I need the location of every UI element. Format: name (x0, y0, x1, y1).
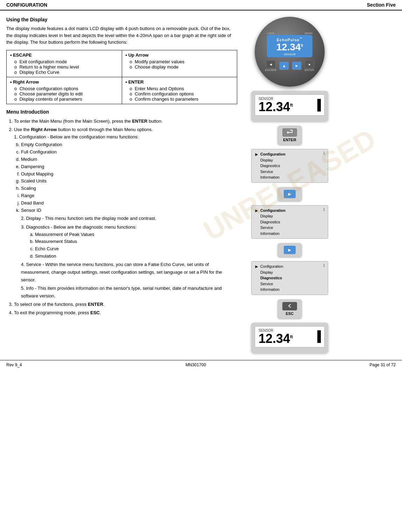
enter-label: ENTER (305, 69, 314, 72)
esc-btn-inner[interactable] (282, 302, 297, 310)
menu-items-2: Configuration Display Diagnostics Servic… (260, 208, 322, 237)
right-col-inner: LOCK OPEN EchoPulse™ 12.34ft SENSOR ◄ ES… (244, 17, 335, 353)
menu-item: Information (260, 231, 322, 237)
menu-panel-1: ► Configuration Display Diagnostics Serv… (251, 149, 328, 183)
list-item: Exit configuration mode (14, 59, 118, 64)
lock-label: LOCK (267, 32, 275, 35)
list-item: Confirm changes to parameters (130, 96, 234, 102)
list-item: Display Echo Curve (14, 70, 118, 75)
menu-item: Service (260, 225, 322, 231)
menu-item: Display (260, 269, 322, 275)
menu-item: Diagnostics (260, 163, 322, 169)
menu-item: Display (260, 213, 322, 219)
table-row: • ESCAPE Exit configuration mode Return … (7, 50, 237, 77)
menu-intro-list: To enter the Main Menu (from the Main Sc… (6, 117, 237, 317)
list-item: To exit the programming mode, press ESC. (14, 309, 237, 317)
device-reading: 12.34ft (270, 42, 309, 53)
device-sensor-label: SENSOR (270, 53, 309, 56)
lcd-screen-wrapper-1: SENSOR 12.34ft (255, 94, 325, 116)
menu-arrow-3: ► (254, 264, 259, 269)
menu-arrow-2: ► (254, 208, 259, 213)
menu-panel-3: ► Configuration Display Diagnostics Serv… (251, 261, 328, 295)
list-item: Modify parameter values (130, 59, 234, 64)
menu-arrow-1: ► (254, 152, 259, 157)
open-label: OPEN (304, 32, 312, 35)
menu-item: Diagnostics (260, 275, 322, 281)
uparrow-list: Modify parameter values Choose display m… (126, 59, 234, 70)
menu-item: Diagnostics (260, 219, 322, 225)
right-arrow-button-group-2: ► (277, 243, 302, 257)
enter-button[interactable]: ● (304, 60, 314, 69)
uparrow-cell: • Up Arrow Modify parameter values Choos… (122, 50, 237, 77)
service-step-item: 4. Service - Within the service menu fun… (14, 261, 237, 284)
escape-cell: • ESCAPE Exit configuration mode Return … (7, 50, 122, 77)
menu-item: Configuration (260, 151, 322, 157)
list-item: Measurement Status (35, 238, 237, 245)
list-item: Choose configuration options (14, 86, 118, 91)
lcd-device-1: SENSOR 12.34ft (251, 91, 328, 121)
section-body: The display module features a dot matrix… (6, 25, 237, 46)
menu-item: Service (260, 169, 322, 175)
enter-list: Enter Menu and Options Confirm configura… (126, 86, 234, 102)
list-item: Output Mapping (21, 171, 237, 178)
esc-button-group: ESC (277, 299, 302, 318)
key-table: • ESCAPE Exit configuration mode Return … (6, 50, 237, 104)
lcd-reading-1: 12.34ft (259, 101, 293, 113)
page-header: CONFIGURATION Section Five (0, 0, 402, 10)
right-column: LOCK OPEN EchoPulse™ 12.34ft SENSOR ◄ ES… (244, 17, 335, 353)
list-item: Choose parameter digits to edit (14, 91, 118, 96)
list-item: Echo Curve (35, 245, 237, 253)
device-brand: EchoPulse™ (270, 37, 309, 42)
esc-btn-label: ESC (282, 311, 297, 316)
list-item: Full Configuration (21, 149, 237, 156)
lcd-bar-1 (317, 99, 321, 112)
list-item: Empty Configuration (21, 141, 237, 149)
config-sub-list: 1. Configuration - Below are the configu… (14, 134, 237, 214)
page-footer: Rev 9_4 MN301700 Page 31 of 72 (0, 360, 402, 369)
echopulse-device: LOCK OPEN EchoPulse™ 12.34ft SENSOR ◄ ES… (255, 17, 325, 87)
rightarrow-list: Choose configuration options Choose para… (10, 86, 118, 102)
left-column: Using the Display The display module fea… (6, 17, 237, 353)
right-arrow-button[interactable]: ► (292, 62, 302, 70)
rightarrow-key-name: • Right Arrow (10, 79, 118, 85)
header-left: CONFIGURATION (6, 2, 47, 8)
menu-item: Configuration (260, 264, 322, 269)
list-item: Sensor ID (21, 207, 237, 214)
menu-item: Display (260, 157, 322, 163)
header-right: Section Five (367, 2, 396, 8)
enter-btn-inner[interactable] (282, 128, 297, 137)
arrow-btn-inner-1[interactable]: ► (284, 190, 296, 198)
display-step-item: 2. Display - This menu function sets the… (14, 215, 237, 222)
enter-cell: • ENTER Enter Menu and Options Confirm c… (122, 77, 237, 104)
escape-button[interactable]: ◄ (266, 60, 276, 69)
diag-sub-list: Measurement of Peak Values Measurement S… (21, 231, 237, 260)
page-num-1: 1 (323, 151, 325, 155)
escape-list: Exit configuration mode Return to a high… (10, 59, 118, 75)
escape-label: ESCAPE (265, 69, 276, 72)
lcd-screen-2: SENSOR 12.34ft (255, 326, 325, 347)
section-title: Using the Display (6, 17, 237, 22)
list-item: Return to a higher menu level (14, 64, 118, 70)
menu-items-3: Configuration Display Diagnostics Servic… (260, 264, 322, 293)
list-item: Use the Right Arrow button to scroll thr… (14, 126, 237, 300)
uparrow-key-name: • Up Arrow (126, 52, 234, 58)
page-num-3: 1 (323, 264, 325, 267)
menu-item: Configuration (260, 208, 322, 214)
lcd-screen-1: SENSOR 12.34ft (255, 94, 325, 116)
enter-key-name: • ENTER (126, 79, 234, 85)
menu-item: Information (260, 287, 322, 293)
up-arrow-button[interactable]: ▲ (279, 62, 289, 70)
list-item: Measurement of Peak Values (35, 231, 237, 238)
menu-item: Service (260, 281, 322, 287)
list-item: Confirm configuration options (130, 91, 234, 96)
list-item: Scaled Units (21, 178, 237, 185)
list-item: Simulation (35, 253, 237, 260)
footer-right: Page 31 of 72 (369, 362, 396, 367)
lcd-reading-2: 12.34ft (259, 332, 293, 345)
arrow-btn-inner-2[interactable]: ► (284, 246, 296, 254)
menu-intro-title: Menu Introduction (6, 109, 237, 115)
list-item: Dampening (21, 163, 237, 171)
right-arrow-button-group: ► (277, 187, 302, 201)
list-item: Range (21, 192, 237, 200)
list-item: Dead Band (21, 200, 237, 207)
